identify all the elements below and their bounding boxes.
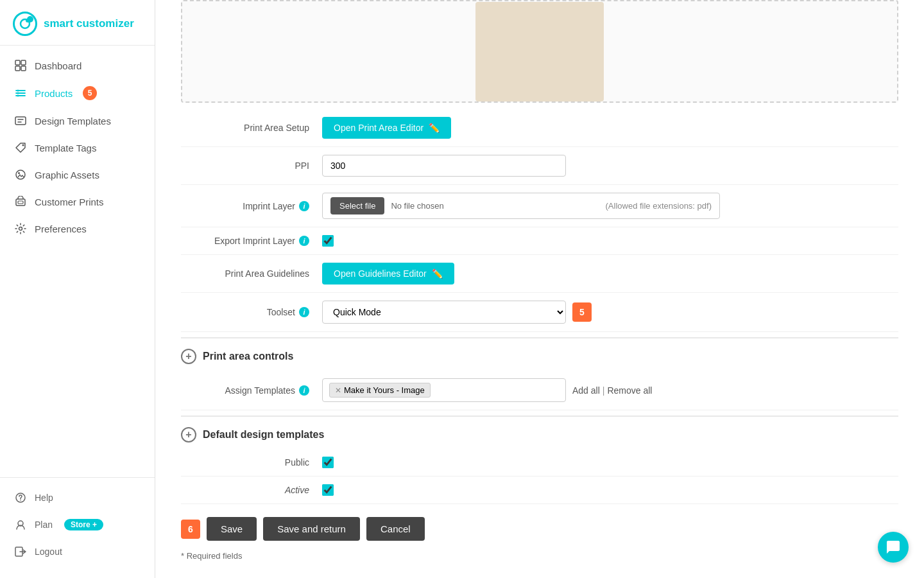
sidebar-label-customer-prints: Customer Prints [35,197,104,207]
toolset-select[interactable]: Quick Mode Advanced Mode Basic Mode [322,301,566,324]
svg-point-11 [16,170,25,179]
sidebar-item-graphic-assets[interactable]: Graphic Assets [0,161,155,188]
svg-point-0 [21,19,30,28]
product-image-container [181,0,898,103]
add-all-link[interactable]: Add all [572,385,600,396]
file-hint: (Allowed file extensions: pdf) [606,201,712,211]
svg-rect-2 [15,60,20,65]
print-area-controls-section: + Print area controls [181,337,898,371]
svg-point-10 [22,144,24,146]
assign-templates-row: Assign Templates i ✕ Make it Yours - Ima… [181,371,898,410]
print-area-setup-control: Open Print Area Editor ✏️ [322,117,898,139]
export-imprint-layer-info-icon[interactable]: i [299,236,309,246]
sidebar-item-plan[interactable]: Plan Store + [0,511,155,538]
sidebar-item-customer-prints[interactable]: Customer Prints [0,188,155,215]
add-remove-links: Add all | Remove all [572,385,652,396]
sidebar-item-dashboard[interactable]: Dashboard [0,52,155,79]
sidebar-item-preferences[interactable]: Preferences [0,215,155,242]
app-name: smart customizer [44,17,134,30]
assign-templates-info-icon[interactable]: i [299,385,309,396]
imprint-layer-label: Imprint Layer i [181,201,309,211]
sidebar-label-plan: Plan [35,520,53,530]
sidebar-item-products[interactable]: Products 5 [0,79,155,107]
save-and-return-button[interactable]: Save and return [263,517,360,541]
svg-rect-4 [15,66,20,71]
tag-label: Make it Yours - Image [344,385,425,395]
sidebar-item-design-templates[interactable]: Design Templates [0,107,155,134]
svg-rect-14 [18,201,23,204]
svg-point-7 [17,92,19,94]
active-control [322,484,898,496]
sidebar-label-dashboard: Dashboard [35,60,81,71]
svg-point-17 [20,500,21,501]
assign-templates-control: ✕ Make it Yours - Image Add all | Remove… [322,378,898,402]
svg-rect-13 [16,199,25,206]
tag-remove-icon[interactable]: ✕ [335,386,341,395]
tag-input-area[interactable]: ✕ Make it Yours - Image [322,378,566,402]
action-step-badge: 6 [181,520,200,539]
pipe-separator: | [603,385,605,396]
sidebar: smart customizer Dashboard [0,0,155,578]
chat-icon [886,539,901,555]
sidebar-bottom: Help Plan Store + Logout [0,477,155,578]
active-row: Active [181,477,898,504]
export-imprint-layer-control [322,235,898,247]
template-tag: ✕ Make it Yours - Image [329,383,431,398]
default-design-templates-title: Default design templates [203,429,324,441]
public-checkbox[interactable] [322,457,334,468]
sidebar-label-preferences: Preferences [35,223,87,234]
sidebar-label-logout: Logout [35,547,62,557]
plan-badge: Store + [64,519,103,530]
ppi-label: PPI [181,161,309,171]
design-templates-icon [14,114,27,127]
print-area-guidelines-row: Print Area Guidelines Open Guidelines Ed… [181,255,898,293]
svg-point-12 [18,172,20,174]
toolset-info-icon[interactable]: i [299,307,309,317]
svg-rect-9 [15,117,26,125]
imprint-layer-file-area: Select file No file chosen (Allowed file… [322,193,720,219]
sidebar-item-help[interactable]: Help [0,484,155,511]
print-area-setup-row: Print Area Setup Open Print Area Editor … [181,109,898,147]
ppi-row: PPI [181,147,898,185]
print-area-guidelines-label: Print Area Guidelines [181,268,309,279]
default-design-templates-expand-icon[interactable]: + [181,427,196,442]
required-note: * Required fields [181,547,898,561]
dashboard-icon [14,59,27,72]
open-print-area-editor-button[interactable]: Open Print Area Editor ✏️ [322,117,451,139]
content-area: Print Area Setup Open Print Area Editor … [155,0,924,578]
export-imprint-layer-row: Export Imprint Layer i [181,227,898,255]
default-design-templates-section: + Default design templates [181,416,898,449]
print-area-controls-expand-icon[interactable]: + [181,349,196,364]
chat-button[interactable] [878,532,909,563]
app-logo: smart customizer [0,0,155,46]
print-area-setup-label: Print Area Setup [181,123,309,133]
sidebar-label-template-tags: Template Tags [35,143,96,153]
imprint-layer-control: Select file No file chosen (Allowed file… [322,193,898,219]
cancel-button[interactable]: Cancel [366,517,425,541]
sidebar-label-help: Help [35,493,53,503]
remove-all-link[interactable]: Remove all [607,385,652,396]
svg-point-1 [26,19,30,22]
imprint-layer-info-icon[interactable]: i [299,201,309,211]
customer-prints-icon [14,195,27,208]
svg-rect-3 [21,60,26,65]
save-button[interactable]: Save [207,517,257,541]
export-imprint-layer-checkbox[interactable] [322,235,334,247]
sidebar-label-graphic-assets: Graphic Assets [35,170,99,180]
sidebar-item-template-tags[interactable]: Template Tags [0,134,155,161]
ppi-input[interactable] [322,155,566,177]
open-guidelines-editor-button[interactable]: Open Guidelines Editor ✏️ [322,263,454,285]
select-file-button[interactable]: Select file [330,197,384,215]
print-area-guidelines-control: Open Guidelines Editor ✏️ [322,263,898,285]
form-section: Print Area Setup Open Print Area Editor … [181,103,898,561]
active-checkbox[interactable] [322,484,334,496]
toolset-row: Toolset i Quick Mode Advanced Mode Basic… [181,293,898,332]
assign-templates-label: Assign Templates i [181,385,309,396]
print-area-controls-title: Print area controls [203,351,293,362]
sidebar-label-products: Products [35,88,73,99]
logout-icon [14,545,27,558]
svg-point-15 [19,227,22,231]
sidebar-item-logout[interactable]: Logout [0,538,155,565]
products-icon [14,87,27,100]
template-tags-icon [14,141,27,154]
